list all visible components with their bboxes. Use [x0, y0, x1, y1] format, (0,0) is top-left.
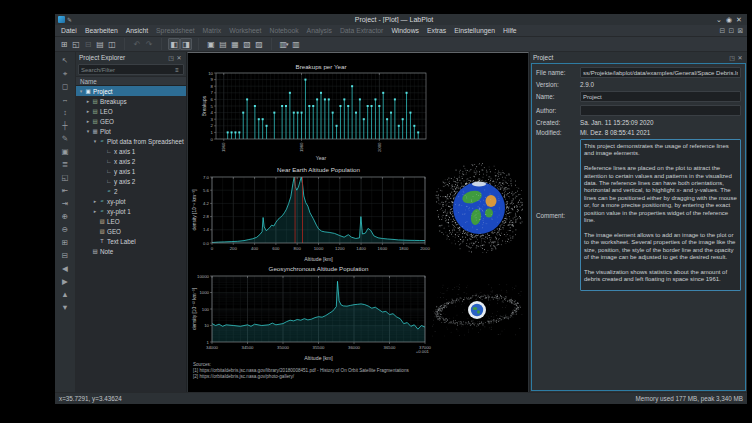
tree-item-2[interactable]: ≈2	[76, 186, 186, 196]
new-worksheet-button[interactable]: ▧	[241, 38, 253, 50]
svg-text:density [10⁻¹² km⁻³]: density [10⁻¹² km⁻³]	[192, 288, 197, 330]
add-image-icon[interactable]: ▣	[59, 145, 72, 158]
file-name-field[interactable]	[580, 67, 741, 78]
float-dock-icon[interactable]: ◳	[167, 54, 175, 61]
author-label: Author:	[536, 107, 580, 114]
tree-column-header[interactable]: Name	[76, 76, 186, 86]
zoom-in-x-icon[interactable]: ⊞	[59, 236, 72, 249]
toggle-properties-explorer-button[interactable]: ◨	[180, 38, 192, 50]
menu-notebook: Notebook	[266, 26, 303, 35]
menu-extras[interactable]: Extras	[423, 26, 450, 35]
created-value: Sa. Jan. 11 15:25:09 2020	[580, 119, 653, 126]
tree-item-y-axis-1[interactable]: ∟y axis 1	[76, 166, 186, 176]
shift-down-y-icon[interactable]: ▼	[59, 301, 72, 314]
tree-item-label: y axis 1	[114, 168, 135, 175]
menu-hilfe[interactable]: Hilfe	[499, 26, 521, 35]
tree-item-label: LEO	[100, 108, 113, 115]
sources-text-label: Sources: [1] https://orbitaldebris.jsc.n…	[193, 362, 409, 380]
import-button[interactable]: ▥	[290, 38, 302, 50]
name-field[interactable]	[580, 91, 741, 102]
new-notebook-button[interactable]: ▨	[253, 38, 265, 50]
new-matrix-button[interactable]: ▦	[229, 38, 241, 50]
chart-near-earth-altitude[interactable]: 02004006008001000120014001600180020000.0…	[191, 165, 433, 262]
name-row: Name:	[536, 91, 741, 102]
project-properties-form: File name: Version: 2.9.0 Name: Author:	[531, 63, 746, 391]
svg-text:10000: 10000	[197, 274, 210, 279]
toggle-project-explorer-button[interactable]: ◧	[168, 38, 180, 50]
tree-item-plot-data-from-spreadsheet[interactable]: ▾≈Plot data from Spreadsheet	[76, 136, 186, 146]
tree-item-xy-plot-1[interactable]: ▸≈xy-plot 1	[76, 206, 186, 216]
new-spreadsheet-button[interactable]: ▤	[217, 38, 229, 50]
menu-datei[interactable]: Datei	[57, 26, 81, 35]
tree-item-geo[interactable]: ▨GEO	[76, 226, 186, 236]
chart-breakups-per-year[interactable]: 196019802000012345678910Breakups per Yea…	[201, 62, 431, 161]
svg-text:2000: 2000	[420, 246, 430, 251]
svg-text:Geosynchronous Altitude Popula: Geosynchronous Altitude Population	[269, 265, 369, 272]
plot-icon: ≈	[98, 208, 106, 214]
tree-item-x-axis-2[interactable]: ∟x axis 2	[76, 156, 186, 166]
zoom-x-selection-icon[interactable]: ↔	[59, 93, 72, 106]
tree-item-leo[interactable]: ▸▤LEO	[76, 106, 186, 116]
folder-icon: ▣	[84, 88, 92, 94]
add-text-icon[interactable]: ✎	[59, 132, 72, 145]
menu-bearbeiten[interactable]: Bearbeiten	[81, 26, 122, 35]
tree-item-leo[interactable]: ▨LEO	[76, 216, 186, 226]
minimize-button[interactable]: ⌄	[714, 16, 724, 24]
open-project-button[interactable]: ◱	[70, 38, 82, 50]
auto-scale-icon[interactable]: ◱	[59, 171, 72, 184]
tree-item-xy-plot[interactable]: ▸≈xy-plot	[76, 196, 186, 206]
tree-item-x-axis-1[interactable]: ∟x axis 1	[76, 146, 186, 156]
zoom-in-icon[interactable]: ⊕	[59, 210, 72, 223]
add-legend-icon[interactable]: ≣	[59, 158, 72, 171]
auto-scale-y-icon[interactable]: ⇥	[59, 197, 72, 210]
close-dock-icon[interactable]: ✕	[736, 54, 744, 61]
mdi-restore-icon[interactable]: ⊡	[727, 27, 736, 35]
auto-scale-x-icon[interactable]: ⇤	[59, 184, 72, 197]
tree-item-plot[interactable]: ▾▦Plot	[76, 126, 186, 136]
author-field[interactable]	[580, 105, 741, 116]
menu-einstellungen[interactable]: Einstellungen	[450, 26, 499, 35]
search-input[interactable]	[81, 67, 173, 73]
filter-icon[interactable]: ≡	[173, 67, 181, 73]
crosshair-mode-icon[interactable]: ⌖	[59, 67, 72, 80]
plot-icon: ≈	[98, 198, 106, 204]
cursor-icon[interactable]: ┼	[59, 119, 72, 132]
mdi-close-icon[interactable]: ⊠	[736, 27, 745, 35]
comment-field[interactable]: This project demonstrates the usage of r…	[580, 139, 741, 291]
tree-item-breakups[interactable]: ▸▤Breakups	[76, 96, 186, 106]
shift-left-x-icon[interactable]: ◀	[59, 262, 72, 275]
new-workbook-button[interactable]: ▣	[205, 38, 217, 50]
zoom-selection-icon[interactable]: ◻	[59, 80, 72, 93]
version-label: Version:	[536, 81, 580, 88]
tree-item-label: Breakups	[100, 98, 127, 105]
toolbar-group: ◧◨	[168, 38, 199, 50]
toolbar-group: ▥▾▥	[278, 38, 308, 50]
tree-item-note[interactable]: ▤Note	[76, 246, 186, 256]
close-dock-icon[interactable]: ✕	[175, 54, 183, 61]
title-bar[interactable]: ✎ Project - [Plot] — LabPlot ⌄ ◉ ✕	[55, 14, 747, 25]
close-button[interactable]: ✕	[734, 16, 744, 24]
zoom-out-icon[interactable]: ⊖	[59, 223, 72, 236]
select-mode-icon[interactable]: ↖	[59, 54, 72, 67]
menu-ansicht[interactable]: Ansicht	[122, 26, 152, 35]
worksheet-toolbar: ↖⌖◻↔↕┼✎▣≣◱⇤⇥⊕⊖⊞⊟◀▶▲▼	[55, 52, 76, 392]
shift-up-y-icon[interactable]: ▲	[59, 288, 72, 301]
tree-item-label: Note	[100, 248, 113, 255]
zoom-y-selection-icon[interactable]: ↕	[59, 106, 72, 119]
maximize-button[interactable]: ◉	[724, 16, 734, 24]
tree-item-y-axis-2[interactable]: ∟y axis 2	[76, 176, 186, 186]
print-button[interactable]: ▤	[94, 38, 106, 50]
mdi-minimize-icon[interactable]: ⊟	[718, 27, 727, 35]
tree-item-text-label[interactable]: TText Label	[76, 236, 186, 246]
new-project-button[interactable]: ⊞	[58, 38, 70, 50]
zoom-out-x-icon[interactable]: ⊟	[59, 249, 72, 262]
tree-item-project[interactable]: ▾▣Project	[76, 86, 186, 96]
worksheet-view[interactable]: 196019802000012345678910Breakups per Yea…	[187, 52, 529, 392]
chart-geosynchronous-altitude[interactable]: 3400034500350003550036000365003700011010…	[191, 264, 433, 361]
new-datasource-dropdown-button[interactable]: ▥▾	[278, 38, 290, 50]
float-dock-icon[interactable]: ◳	[728, 54, 736, 61]
shift-right-x-icon[interactable]: ▶	[59, 275, 72, 288]
tree-item-geo[interactable]: ▸▤GEO	[76, 116, 186, 126]
print-preview-button[interactable]: ◫	[106, 38, 118, 50]
menu-windows[interactable]: Windows	[387, 26, 423, 35]
